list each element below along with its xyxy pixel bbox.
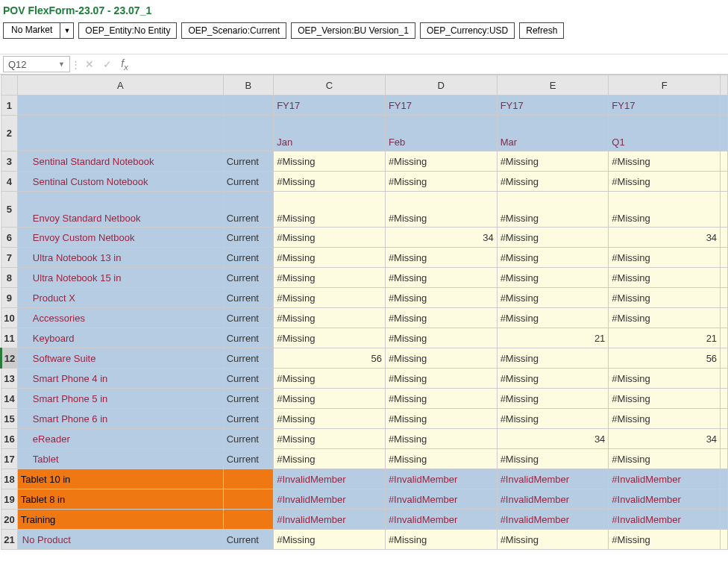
cell-G19[interactable]: [721, 489, 728, 510]
col-header-E[interactable]: E: [497, 75, 609, 95]
cell-G13[interactable]: [721, 369, 728, 389]
row-header-5[interactable]: 5: [1, 192, 18, 228]
cell-F11[interactable]: 21: [609, 328, 721, 348]
cell-G21[interactable]: [721, 530, 728, 550]
row-header-1[interactable]: 1: [1, 95, 18, 116]
row-header-6[interactable]: 6: [1, 228, 18, 248]
cell-F18[interactable]: #InvalidMember: [609, 469, 721, 489]
cell-A4[interactable]: Sentinal Custom Notebook: [17, 172, 223, 192]
row-header-19[interactable]: 19: [1, 489, 18, 510]
cell-A13[interactable]: Smart Phone 4 in: [17, 369, 223, 389]
cell-D18[interactable]: #InvalidMember: [385, 469, 497, 489]
cell-A18[interactable]: Tablet 10 in: [17, 469, 223, 489]
cell-E3[interactable]: #Missing: [497, 151, 609, 172]
cell-B16[interactable]: Current: [223, 429, 274, 449]
cell-D21[interactable]: #Missing: [385, 530, 497, 550]
cell-F13[interactable]: #Missing: [609, 369, 721, 389]
cell-D7[interactable]: #Missing: [385, 248, 497, 268]
cell-C1[interactable]: FY17: [274, 95, 386, 116]
formula-input[interactable]: [133, 56, 728, 72]
cell-B13[interactable]: Current: [223, 369, 274, 389]
row-header-17[interactable]: 17: [1, 449, 18, 469]
cell-F3[interactable]: #Missing: [609, 151, 721, 172]
col-header-B[interactable]: B: [223, 75, 274, 95]
cell-C6[interactable]: #Missing: [274, 228, 386, 248]
cell-G9[interactable]: [721, 288, 728, 308]
row-header-7[interactable]: 7: [1, 248, 18, 268]
cell-D16[interactable]: #Missing: [385, 429, 497, 449]
cell-A12[interactable]: Software Suite: [17, 348, 223, 369]
cell-C17[interactable]: #Missing: [274, 449, 386, 469]
row-header-13[interactable]: 13: [1, 369, 18, 389]
cell-F21[interactable]: #Missing: [609, 530, 721, 550]
cell-B15[interactable]: Current: [223, 409, 274, 429]
cell-A20[interactable]: Training: [17, 510, 223, 530]
cell-G18[interactable]: [721, 469, 728, 489]
cell-G11[interactable]: [721, 328, 728, 348]
cell-C7[interactable]: #Missing: [274, 248, 386, 268]
cell-F1[interactable]: FY17: [609, 95, 721, 116]
cell-C21[interactable]: #Missing: [274, 530, 386, 550]
cell-A21[interactable]: No Product: [17, 530, 223, 550]
row-header-16[interactable]: 16: [1, 429, 18, 449]
row-header-14[interactable]: 14: [1, 389, 18, 409]
cell-B7[interactable]: Current: [223, 248, 274, 268]
cell-A10[interactable]: Accessories: [17, 308, 223, 328]
cell-A7[interactable]: Ultra Notebook 13 in: [17, 248, 223, 268]
col-header-F[interactable]: F: [609, 75, 721, 95]
cell-D15[interactable]: #Missing: [385, 409, 497, 429]
fx-icon[interactable]: fx: [116, 57, 133, 72]
cell-E18[interactable]: #InvalidMember: [497, 469, 609, 489]
cell-D8[interactable]: #Missing: [385, 268, 497, 288]
cell-G4[interactable]: [721, 172, 728, 192]
col-header-A[interactable]: A: [17, 75, 223, 95]
cell-C15[interactable]: #Missing: [274, 409, 386, 429]
cell-E14[interactable]: #Missing: [497, 389, 609, 409]
cell-E11[interactable]: 21: [497, 328, 609, 348]
row-header-20[interactable]: 20: [1, 510, 18, 530]
cell-A14[interactable]: Smart Phone 5 in: [17, 389, 223, 409]
cell-F14[interactable]: #Missing: [609, 389, 721, 409]
cell-D2[interactable]: Feb: [385, 116, 497, 151]
col-header-G[interactable]: [721, 75, 728, 95]
cell-A11[interactable]: Keyboard: [17, 328, 223, 348]
cell-F7[interactable]: #Missing: [609, 248, 721, 268]
cell-E10[interactable]: #Missing: [497, 308, 609, 328]
cell-C9[interactable]: #Missing: [274, 288, 386, 308]
cell-E2[interactable]: Mar: [497, 116, 609, 151]
pov-version-chip[interactable]: OEP_Version:BU Version_1: [291, 22, 415, 39]
cell-B20[interactable]: [223, 510, 274, 530]
cell-D19[interactable]: #InvalidMember: [385, 489, 497, 510]
cell-B8[interactable]: Current: [223, 268, 274, 288]
cell-B9[interactable]: Current: [223, 288, 274, 308]
cell-B3[interactable]: Current: [223, 151, 274, 172]
cell-B1[interactable]: [223, 95, 274, 116]
pov-entity-chip[interactable]: OEP_Entity:No Entity: [78, 22, 177, 39]
cell-F16[interactable]: 34: [609, 429, 721, 449]
cell-F9[interactable]: #Missing: [609, 288, 721, 308]
cell-G20[interactable]: [721, 510, 728, 530]
cell-F20[interactable]: #InvalidMember: [609, 510, 721, 530]
cell-B19[interactable]: [223, 489, 274, 510]
cell-G3[interactable]: [721, 151, 728, 172]
cell-D12[interactable]: #Missing: [385, 348, 497, 369]
cell-B14[interactable]: Current: [223, 389, 274, 409]
cell-B10[interactable]: Current: [223, 308, 274, 328]
cell-B4[interactable]: Current: [223, 172, 274, 192]
cell-E7[interactable]: #Missing: [497, 248, 609, 268]
cell-B12[interactable]: Current: [223, 348, 274, 369]
cell-D3[interactable]: #Missing: [385, 151, 497, 172]
cell-F2[interactable]: Q1: [609, 116, 721, 151]
cell-E19[interactable]: #InvalidMember: [497, 489, 609, 510]
row-header-11[interactable]: 11: [1, 328, 18, 348]
cell-C5[interactable]: #Missing: [274, 192, 386, 228]
cell-E12[interactable]: #Missing: [497, 348, 609, 369]
cell-F4[interactable]: #Missing: [609, 172, 721, 192]
cell-E1[interactable]: FY17: [497, 95, 609, 116]
cell-C8[interactable]: #Missing: [274, 268, 386, 288]
cell-D9[interactable]: #Missing: [385, 288, 497, 308]
cell-G15[interactable]: [721, 409, 728, 429]
cell-E9[interactable]: #Missing: [497, 288, 609, 308]
cell-G10[interactable]: [721, 308, 728, 328]
cell-B5[interactable]: Current: [223, 192, 274, 228]
